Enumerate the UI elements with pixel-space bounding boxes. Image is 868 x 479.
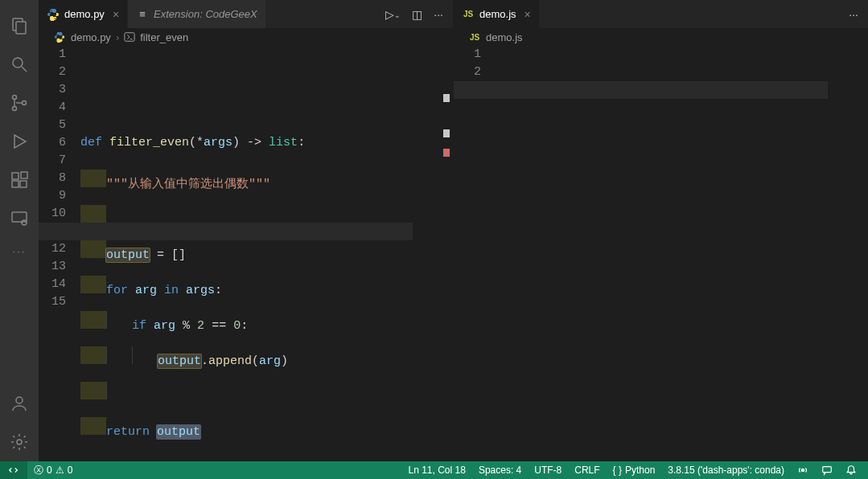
close-icon[interactable]: × — [525, 8, 531, 21]
more-activity-icon[interactable]: ··· — [0, 238, 39, 264]
eol[interactable]: CRLF — [574, 465, 599, 476]
svg-rect-1 — [16, 22, 26, 34]
chevron-right-icon: › — [116, 31, 119, 43]
breadcrumbs-right[interactable]: JS demo.js — [454, 28, 868, 46]
svg-point-17 — [801, 469, 804, 472]
settings-gear-icon[interactable] — [0, 423, 39, 461]
tab-extension-codegeex[interactable]: ≡ Extension: CodeGeeX — [128, 0, 266, 28]
svg-rect-10 — [20, 181, 27, 187]
svg-rect-18 — [823, 467, 832, 473]
search-icon[interactable] — [0, 45, 39, 84]
tabs-row-left: demo.py × ≡ Extension: CodeGeeX ▷⌄ ◫ ··· — [39, 0, 453, 28]
accounts-icon[interactable] — [0, 384, 39, 423]
notifications-bell-icon[interactable] — [845, 465, 857, 476]
code-area-left[interactable]: 12345 678910 1112131415 def filter_even(… — [39, 46, 453, 461]
line-gutter: 12345 678910 1112131415 — [39, 46, 80, 461]
svg-point-5 — [13, 107, 17, 111]
breadcrumb-symbol[interactable]: filter_even — [124, 31, 188, 43]
go-live-icon[interactable] — [797, 465, 808, 476]
symbol-function-icon — [124, 31, 135, 43]
line-gutter: 123 — [454, 46, 496, 461]
braces-icon: { } — [613, 465, 622, 476]
feedback-icon[interactable] — [821, 465, 833, 476]
run-icon[interactable]: ▷⌄ — [385, 8, 401, 21]
error-count: 0 — [47, 465, 52, 476]
svg-point-14 — [16, 397, 23, 403]
tab-demo-js[interactable]: JS demo.js × — [454, 0, 540, 28]
error-count-icon: ⓧ — [34, 464, 43, 477]
source-control-icon[interactable] — [0, 84, 39, 122]
code-lines[interactable]: def filter_even(*args) -> list: """从输入值中… — [80, 46, 453, 461]
tab-label: demo.js — [479, 8, 516, 20]
svg-point-13 — [22, 220, 27, 225]
python-interpreter[interactable]: 3.8.15 ('dash-apps': conda) — [668, 465, 784, 476]
svg-rect-8 — [12, 173, 19, 179]
svg-point-2 — [13, 58, 23, 68]
warning-count: 0 — [68, 465, 73, 476]
breadcrumb-file[interactable]: JS demo.js — [468, 31, 523, 43]
svg-point-15 — [17, 440, 22, 444]
editor-actions-right: ··· — [839, 0, 868, 28]
javascript-file-icon: JS — [462, 8, 475, 21]
python-file-icon — [53, 31, 66, 43]
svg-point-4 — [13, 96, 17, 100]
breadcrumb-file[interactable]: demo.py — [53, 31, 111, 43]
remote-explorer-icon[interactable] — [0, 199, 39, 238]
extension-tab-icon: ≡ — [136, 8, 149, 21]
javascript-file-icon: JS — [468, 31, 481, 43]
svg-marker-7 — [14, 135, 26, 148]
explorer-icon[interactable] — [0, 6, 39, 45]
editor-group-right: JS demo.js × ··· JS demo.js 123 — [454, 0, 868, 461]
split-editor-icon[interactable]: ◫ — [412, 8, 422, 21]
warning-count-icon: ⚠ — [56, 465, 64, 476]
cursor-position[interactable]: Ln 11, Col 18 — [408, 465, 465, 476]
tabs-row-right: JS demo.js × ··· — [454, 0, 868, 28]
editor-groups: demo.py × ≡ Extension: CodeGeeX ▷⌄ ◫ ··· — [39, 0, 868, 461]
remote-indicator[interactable] — [0, 461, 27, 479]
svg-line-3 — [22, 67, 27, 72]
run-debug-icon[interactable] — [0, 122, 39, 161]
code-lines[interactable] — [496, 46, 868, 461]
problems-indicator[interactable]: ⓧ 0 ⚠ 0 — [34, 464, 72, 477]
svg-point-6 — [23, 101, 27, 105]
python-file-icon — [47, 8, 60, 21]
activity-bar: ··· — [0, 0, 39, 461]
editor-actions-left: ▷⌄ ◫ ··· — [376, 0, 453, 28]
language-mode[interactable]: { } Python — [613, 465, 656, 476]
more-actions-icon[interactable]: ··· — [849, 8, 858, 21]
editor-group-left: demo.py × ≡ Extension: CodeGeeX ▷⌄ ◫ ··· — [39, 0, 454, 461]
close-icon[interactable]: × — [113, 8, 119, 21]
code-area-right[interactable]: 123 — [454, 46, 868, 461]
main-area: ··· demo.py × ≡ Extension: — [0, 0, 868, 461]
encoding[interactable]: UTF-8 — [534, 465, 562, 476]
extensions-icon[interactable] — [0, 161, 39, 199]
status-bar: ⓧ 0 ⚠ 0 Ln 11, Col 18 Spaces: 4 UTF-8 CR… — [0, 461, 868, 479]
more-actions-icon[interactable]: ··· — [434, 8, 443, 21]
tab-label: Extension: CodeGeeX — [154, 8, 257, 20]
tab-label: demo.py — [64, 8, 105, 20]
svg-rect-11 — [21, 172, 27, 178]
svg-rect-9 — [12, 181, 19, 187]
tab-demo-py[interactable]: demo.py × — [39, 0, 128, 28]
indentation[interactable]: Spaces: 4 — [479, 465, 521, 476]
breadcrumbs-left[interactable]: demo.py › filter_even — [39, 28, 453, 46]
